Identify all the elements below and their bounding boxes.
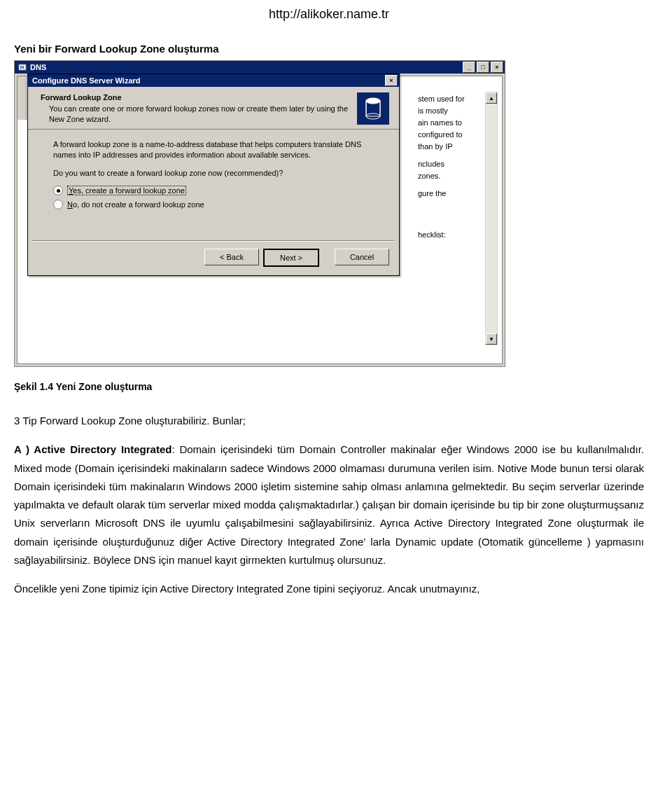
background-text-fragment: stem used for is mostly ain names to con…	[418, 93, 496, 241]
radio-yes-indicator	[53, 186, 63, 195]
article-paragraph-2: A ) Active Directory Integrated: Domain …	[14, 441, 644, 569]
article-paragraph-1: 3 Tip Forward Lookup Zone oluşturabiliri…	[14, 412, 644, 430]
radio-yes[interactable]: Yes, create a forward lookup zone	[53, 186, 384, 195]
wizard-description: A forward lookup zone is a name-to-addre…	[53, 139, 384, 161]
window-controls: _ □ ×	[463, 62, 503, 73]
bg-text-line: ncludes	[418, 158, 496, 170]
bg-text-line: hecklist:	[418, 229, 496, 241]
mmc-title-text: DNS	[30, 63, 463, 71]
radio-yes-label: Yes, create a forward lookup zone	[67, 186, 186, 195]
wizard-question: Do you want to create a forward lookup z…	[53, 168, 384, 179]
next-button[interactable]: Next >	[263, 249, 319, 267]
radio-no-text: o, do not create a forward lookup zone	[73, 200, 204, 209]
cancel-button[interactable]: Cancel	[335, 249, 389, 265]
bg-text-line: configured to	[418, 129, 496, 141]
wizard-body: A forward lookup zone is a name-to-addre…	[28, 130, 399, 219]
radio-no[interactable]: No, do not create a forward lookup zone	[53, 200, 384, 209]
svg-rect-1	[20, 66, 22, 69]
radio-no-accelerator: N	[67, 200, 73, 209]
page-header-url: http://alikoker.name.tr	[14, 0, 644, 43]
article-paragraph-3: Öncelikle yeni Zone tipimiz için Active …	[14, 580, 644, 598]
maximize-button[interactable]: □	[477, 62, 489, 73]
bg-text-line: ain names to	[418, 117, 496, 129]
wizard-header-subtitle: You can create one or more forward looku…	[49, 104, 351, 125]
bg-text-line: gure the	[418, 188, 496, 200]
dialog-titlebar: Configure DNS Server Wizard ×	[28, 74, 399, 87]
svg-rect-2	[22, 66, 24, 69]
figure-caption: Şekil 1.4 Yeni Zone oluşturma	[14, 381, 644, 392]
mmc-window: DNS _ □ × ▲ ▼ stem used for is mostly ai…	[14, 60, 505, 367]
screenshot-area: DNS _ □ × ▲ ▼ stem used for is mostly ai…	[14, 60, 644, 367]
bg-text-line: zones.	[418, 170, 496, 182]
dialog-title-text: Configure DNS Server Wizard	[32, 76, 385, 85]
toolbar-strip	[18, 76, 27, 120]
radio-yes-text: es, create a forward lookup zone	[73, 186, 185, 195]
bg-text-line: than by IP	[418, 141, 496, 153]
wizard-button-row: < Back Next > Cancel	[28, 242, 399, 275]
dialog-close-button[interactable]: ×	[385, 75, 398, 86]
article-body: 3 Tip Forward Lookup Zone oluşturabiliri…	[14, 412, 644, 598]
scroll-down-button[interactable]: ▼	[486, 333, 497, 345]
wizard-header-title: Forward Lookup Zone	[41, 93, 351, 102]
radio-no-label: No, do not create a forward lookup zone	[67, 200, 204, 209]
dns-icon	[18, 62, 27, 72]
paragraph-2-bold: A ) Active Directory Integrated	[14, 443, 172, 455]
bg-text-line: stem used for	[418, 93, 496, 105]
radio-no-indicator	[53, 200, 63, 209]
mmc-inner-frame: ▲ ▼ stem used for is mostly ain names to…	[17, 76, 503, 364]
wizard-icon	[357, 92, 389, 125]
section-title: Yeni bir Forward Lookup Zone oluşturma	[14, 43, 644, 60]
paragraph-2-rest: : Domain içerisindeki tüm Domain Control…	[14, 443, 644, 566]
mmc-titlebar: DNS _ □ ×	[15, 61, 505, 74]
wizard-header: Forward Lookup Zone You can create one o…	[28, 87, 399, 130]
wizard-dialog: Configure DNS Server Wizard × Forward Lo…	[27, 74, 400, 276]
bg-text-line: is mostly	[418, 105, 496, 117]
minimize-button[interactable]: _	[463, 62, 475, 73]
back-button[interactable]: < Back	[204, 249, 259, 265]
close-button[interactable]: ×	[491, 62, 503, 73]
